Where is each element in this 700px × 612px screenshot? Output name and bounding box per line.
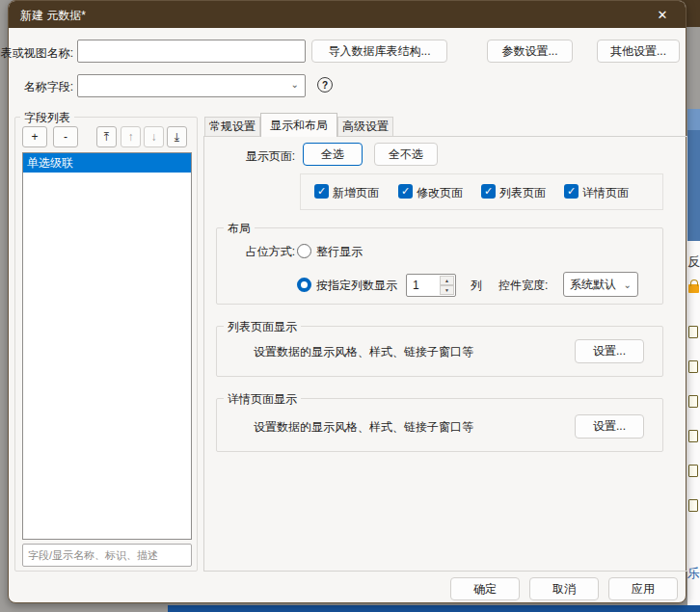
other-settings-button[interactable]: 其他设置...: [597, 40, 680, 63]
list-item[interactable]: 单选级联: [23, 153, 191, 173]
field-filter-input[interactable]: [22, 544, 192, 567]
name-field-combobox[interactable]: ⌄: [77, 74, 306, 97]
background-glyph: 反: [687, 253, 700, 271]
document-icon: [688, 395, 698, 408]
name-field-label: 名称字段:: [24, 79, 73, 95]
field-listbox[interactable]: 单选级联: [22, 152, 192, 540]
move-up-icon[interactable]: ↑: [121, 126, 141, 147]
document-icon: [688, 360, 698, 373]
background-glyph: 乐: [687, 565, 700, 582]
dialog-new-metadata: 新建 元数据* ✕ 表或视图名称: 导入数据库表结构... 参数设置... 其他…: [8, 0, 687, 603]
tab-content-panel: [203, 136, 687, 572]
background-window-blue-strip: [687, 109, 700, 241]
tab-advanced-settings[interactable]: 高级设置: [337, 117, 393, 137]
ok-button[interactable]: 确定: [450, 577, 520, 600]
move-top-icon[interactable]: ⤒: [96, 126, 117, 147]
dialog-title: 新建 元数据*: [20, 8, 86, 24]
import-table-structure-button[interactable]: 导入数据库表结构...: [311, 40, 447, 63]
table-name-input[interactable]: [77, 40, 306, 63]
tab-general-settings[interactable]: 常规设置: [204, 117, 260, 137]
remove-field-button[interactable]: -: [53, 126, 78, 147]
lock-icon: [688, 284, 699, 293]
add-field-button[interactable]: +: [22, 126, 47, 147]
tab-display-and-layout[interactable]: 显示和布局: [260, 113, 337, 137]
document-icon: [688, 430, 698, 442]
background-window-white-strip: 反 乐: [687, 241, 700, 605]
cancel-button[interactable]: 取消: [529, 577, 599, 600]
move-down-icon[interactable]: ↓: [144, 126, 164, 147]
parameter-settings-button[interactable]: 参数设置...: [487, 40, 573, 63]
chevron-down-icon: ⌄: [291, 79, 299, 90]
taskbar: [168, 605, 700, 612]
table-name-label: 表或视图名称:: [1, 45, 73, 62]
document-icon: [688, 465, 698, 477]
apply-button[interactable]: 应用: [608, 577, 678, 600]
document-icon: [688, 326, 698, 338]
dialog-titlebar: 新建 元数据* ✕: [9, 1, 686, 28]
field-list-legend: 字段列表: [20, 110, 74, 126]
document-icon: [688, 499, 698, 512]
close-icon[interactable]: ✕: [645, 1, 680, 28]
help-icon[interactable]: ?: [317, 77, 333, 93]
move-bottom-icon[interactable]: ⤓: [167, 126, 187, 147]
